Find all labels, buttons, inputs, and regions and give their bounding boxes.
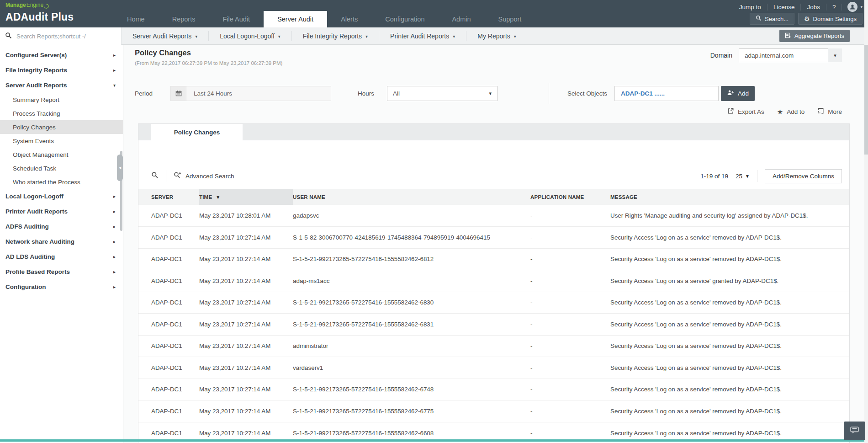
add-remove-columns-button[interactable]: Add/Remove Columns (765, 169, 842, 183)
sidebar-item-adfs-auditing[interactable]: ADFS Auditing▸ (0, 219, 123, 234)
table-row[interactable]: ADAP-DC1May 23,2017 10:27:14 AMvardaserv… (138, 357, 849, 379)
search-icon[interactable] (151, 171, 159, 181)
table-row[interactable]: ADAP-DC1May 23,2017 10:27:14 AMS-1-5-21-… (138, 379, 849, 400)
table-row[interactable]: ADAP-DC1May 23,2017 10:27:14 AMadap-ms1a… (138, 270, 849, 292)
sidebar-item-server-audit-reports[interactable]: Server Audit Reports▾ (0, 78, 123, 93)
report-menu-label: Printer Audit Reports (390, 32, 449, 40)
report-menu-local-logon-logoff[interactable]: Local Logon-Logoff▾ (209, 31, 292, 41)
sidebar-subitem-policy-changes[interactable]: Policy Changes (0, 120, 123, 134)
sidebar-collapse-handle[interactable]: ◀ (117, 155, 123, 181)
nav-tab-reports[interactable]: Reports (159, 11, 209, 27)
vertical-scrollbar-track[interactable] (864, 0, 868, 443)
time-cell: May 23,2017 10:27:14 AM (199, 292, 293, 314)
time-cell: May 23,2017 10:27:14 AM (199, 314, 293, 336)
chevron-right-icon: ▸ (113, 68, 116, 73)
select-objects-field[interactable]: ADAP-DC1 ...... (614, 86, 719, 101)
tab-policy-changes[interactable]: Policy Changes (151, 124, 243, 140)
chat-button[interactable] (844, 422, 865, 440)
sidebar-item-local-logon-logoff[interactable]: Local Logon-Logoff▸ (0, 189, 123, 204)
advanced-search-label[interactable]: Advanced Search (185, 173, 234, 180)
sidebar-subitem-process-tracking[interactable]: Process Tracking (0, 107, 123, 120)
report-menu-my-reports[interactable]: My Reports▾ (466, 31, 527, 41)
message-cell: Security Access 'Log on as a service' re… (610, 314, 849, 336)
time-cell: May 23,2017 10:27:14 AM (199, 227, 293, 249)
column-header-time[interactable]: TIME▼ (199, 189, 293, 205)
sidebar-subitem-object-management[interactable]: Object Management (0, 148, 123, 161)
report-menu-server-audit-reports[interactable]: Server Audit Reports▾ (122, 31, 209, 41)
user-name-cell: adap-ms1acc (293, 270, 530, 292)
column-header-message[interactable]: MESSAGE (610, 189, 849, 205)
sidebar-subitem-scheduled-task[interactable]: Scheduled Task (0, 161, 123, 175)
table-row[interactable]: ADAP-DC1May 23,2017 10:28:01 AMgadapsvc-… (138, 205, 849, 227)
utility-links: Jump toLicenseJobs?▾ (733, 2, 863, 12)
adaudit-plus-app: ManageEngine ADAudit Plus HomeReportsFil… (0, 0, 868, 443)
user-menu[interactable]: ▾ (847, 2, 863, 12)
advanced-search-icon[interactable] (174, 171, 181, 181)
table-row[interactable]: ADAP-DC1May 23,2017 10:27:14 AMS-1-5-21-… (138, 400, 849, 422)
action-more[interactable]: More (817, 107, 842, 116)
sidebar-subitem-who-started-the-process[interactable]: Who started the Process (0, 175, 123, 189)
link-jobs[interactable]: Jobs (801, 4, 826, 11)
action-export-as[interactable]: Export As (727, 107, 764, 116)
column-header-user-name[interactable]: USER NAME (293, 189, 530, 205)
table-row[interactable]: ADAP-DC1May 23,2017 10:27:14 AMS-1-5-82-… (138, 227, 849, 249)
global-search-button[interactable]: Search... (750, 13, 794, 25)
time-cell: May 23,2017 10:27:14 AM (199, 335, 293, 357)
sidebar-item-profile-based-reports[interactable]: Profile Based Reports▸ (0, 264, 123, 279)
nav-tab-server-audit[interactable]: Server Audit (264, 11, 327, 27)
domain-settings-button[interactable]: ⚙ Domain Settings (798, 13, 863, 25)
link-license[interactable]: License (767, 4, 801, 11)
table-row[interactable]: ADAP-DC1May 23,2017 10:27:14 AMS-1-5-21-… (138, 248, 849, 270)
link-jump-to[interactable]: Jump to (733, 4, 767, 11)
add-objects-label: Add (738, 90, 749, 97)
report-panel: Policy Changes Advanced Search 1-19 of 1… (138, 123, 850, 443)
nav-tab-admin[interactable]: Admin (438, 11, 484, 27)
action-add-to[interactable]: ★Add to (777, 108, 804, 115)
sidebar-subitem-system-events[interactable]: System Events (0, 134, 123, 148)
table-toolbar: Advanced Search 1-19 of 19 25 ▼ Add/Remo… (138, 166, 849, 186)
domain-select[interactable]: adap.internal.com ▾ (739, 48, 842, 62)
aggregate-reports-button[interactable]: Aggregate Reports (779, 30, 850, 42)
sidebar-subitem-summary-report[interactable]: Summary Report (0, 93, 123, 107)
period-field[interactable]: Last 24 Hours (170, 86, 331, 101)
chevron-right-icon: ▸ (113, 284, 116, 289)
column-header-server[interactable]: SERVER (138, 189, 199, 205)
star-icon: ★ (777, 108, 783, 115)
sidebar-item-configuration[interactable]: Configuration▸ (0, 279, 123, 294)
report-menu-label: Server Audit Reports (132, 32, 191, 40)
nav-tab-alerts[interactable]: Alerts (327, 11, 371, 27)
nav-tab-file-audit[interactable]: File Audit (209, 11, 264, 27)
sidebar-item-ad-lds-auditing[interactable]: AD LDS Auditing▸ (0, 249, 123, 264)
user-name-cell: vardaserv1 (293, 357, 530, 379)
nav-tab-support[interactable]: Support (485, 11, 535, 27)
table-row[interactable]: ADAP-DC1May 23,2017 10:27:14 AMadministr… (138, 335, 849, 357)
nav-tab-configuration[interactable]: Configuration (371, 11, 438, 27)
report-menu-printer-audit-reports[interactable]: Printer Audit Reports▾ (379, 31, 466, 41)
caret-down-icon: ▼ (745, 174, 750, 179)
column-header-application-name[interactable]: APPLICATION NAME (530, 189, 610, 205)
message-cell: Security Access 'Log on as a service' re… (610, 357, 849, 379)
nav-tab-home[interactable]: Home (113, 11, 159, 27)
time-cell: May 23,2017 10:27:14 AM (199, 248, 293, 270)
main-content: Policy Changes (From May 22,2017 06:27:3… (123, 45, 868, 443)
page-size-select[interactable]: 25 ▼ (736, 173, 750, 180)
table-row[interactable]: ADAP-DC1May 23,2017 10:27:14 AMS-1-5-21-… (138, 292, 849, 314)
vertical-scrollbar-thumb[interactable] (864, 45, 868, 155)
sidebar-item-network-share-auditing[interactable]: Network share Auditing▸ (0, 234, 123, 249)
help-link[interactable]: ? (826, 4, 842, 11)
report-search-input[interactable] (12, 33, 121, 40)
search-icon (0, 32, 12, 41)
server-cell: ADAP-DC1 (138, 400, 199, 422)
report-menu-file-integrity-reports[interactable]: File Integrity Reports▾ (292, 31, 379, 41)
message-cell: Security Access 'Log on as a service' re… (610, 227, 849, 249)
sidebar-item-printer-audit-reports[interactable]: Printer Audit Reports▸ (0, 204, 123, 219)
horizontal-scrollbar[interactable] (0, 439, 864, 442)
add-objects-button[interactable]: Add (721, 86, 755, 101)
sidebar-item-file-integrity-reports[interactable]: File Integrity Reports▸ (0, 63, 123, 78)
hours-select[interactable]: All ▾ (387, 86, 498, 101)
application-name-cell: - (530, 335, 610, 357)
domain-select-value: adap.internal.com (739, 48, 828, 62)
table-row[interactable]: ADAP-DC1May 23,2017 10:27:14 AMS-1-5-21-… (138, 314, 849, 336)
application-name-cell: - (530, 400, 610, 422)
sidebar-item-configured-server-s[interactable]: Configured Server(s)▸ (0, 48, 123, 63)
